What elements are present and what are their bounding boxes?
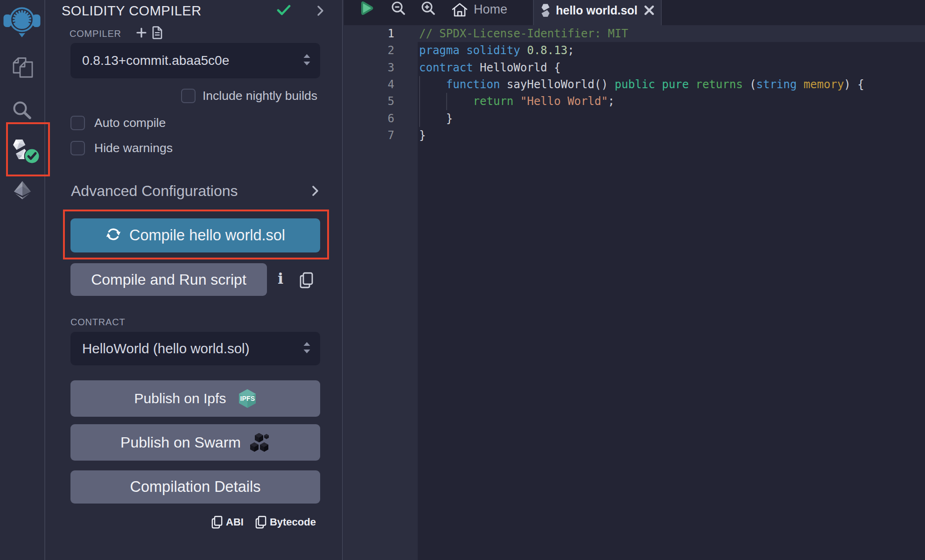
search-icon <box>12 101 33 121</box>
close-tab-icon[interactable] <box>643 4 655 18</box>
code-text: } <box>419 110 453 127</box>
include-nightly-builds-label: Include nightly builds <box>203 89 317 103</box>
contract-section-label: CONTRACT <box>70 317 126 328</box>
side-panel-solidity-compiler: SOLIDITY COMPILER COMPILER <box>46 0 343 560</box>
publish-swarm-label: Publish on Swarm <box>120 434 241 451</box>
code-text: contract HelloWorld { <box>419 59 561 76</box>
code-line-6: 6 } <box>344 110 925 127</box>
compiler-section-label: COMPILER <box>70 28 121 39</box>
compile-and-run-label: Compile and Run script <box>91 271 246 288</box>
compilation-details-button[interactable]: Compilation Details <box>70 470 320 504</box>
include-nightly-builds-checkbox[interactable] <box>181 89 196 103</box>
zoom-in-icon[interactable] <box>421 1 436 16</box>
code-text: } <box>419 127 426 144</box>
add-compiler-icon[interactable] <box>136 28 147 40</box>
deploy-run-icon <box>13 181 32 199</box>
auto-compile-row: Auto compile <box>70 116 166 130</box>
auto-compile-checkbox[interactable] <box>70 116 85 130</box>
line-number: 7 <box>344 127 394 144</box>
hide-warnings-label: Hide warnings <box>94 141 173 155</box>
hide-warnings-checkbox[interactable] <box>70 141 85 155</box>
code-text: function sayHelloWorld() public pure ret… <box>419 76 864 93</box>
select-arrows-icon <box>303 342 311 356</box>
code-editor[interactable]: 1// SPDX-License-Identifier: MIT2pragma … <box>344 25 925 560</box>
abi-bytecode-row: ABI Bytecode <box>211 515 316 529</box>
info-icon[interactable]: i <box>278 270 283 287</box>
icon-sidebar <box>0 0 45 560</box>
bytecode-label: Bytecode <box>270 516 316 528</box>
line-number: 4 <box>344 76 394 93</box>
compiler-version-value: 0.8.13+commit.abaa5c0e <box>82 53 229 68</box>
home-icon <box>451 2 468 17</box>
tab-hello-world-sol[interactable]: hello world.sol <box>533 0 662 25</box>
hide-warnings-row: Hide warnings <box>70 141 173 155</box>
select-arrows-icon <box>303 54 311 68</box>
sidebar-item-search[interactable] <box>0 101 44 121</box>
line-number: 2 <box>344 42 394 59</box>
sidebar-item-file-explorer[interactable] <box>0 56 44 78</box>
compiler-config-file-icon[interactable] <box>152 26 163 41</box>
compiler-version-select[interactable]: 0.8.13+commit.abaa5c0e <box>70 43 320 78</box>
copy-icon[interactable] <box>299 272 315 291</box>
compile-button[interactable]: Compile hello world.sol <box>70 218 320 252</box>
remix-logo-icon[interactable] <box>3 2 41 40</box>
zoom-out-icon[interactable] <box>391 1 406 16</box>
compile-success-badge <box>24 148 40 166</box>
panel-collapse-chevron-icon[interactable] <box>316 5 324 18</box>
run-script-play-icon[interactable] <box>360 0 374 17</box>
copy-icon <box>211 515 223 529</box>
code-line-3: 3contract HelloWorld { <box>344 59 925 76</box>
ipfs-icon: IPFS <box>238 389 256 408</box>
code-line-4: 4 function sayHelloWorld() public pure r… <box>344 76 925 93</box>
tab-home-label: Home <box>474 2 507 17</box>
tab-home[interactable]: Home <box>451 0 507 19</box>
panel-title: SOLIDITY COMPILER <box>62 3 202 19</box>
code-line-7: 7} <box>344 127 925 144</box>
line-number: 6 <box>344 110 394 127</box>
editor-area: Home hello world.sol <box>344 0 925 560</box>
auto-compile-label: Auto compile <box>94 116 166 130</box>
sidebar-item-solidity-compiler[interactable] <box>0 137 44 161</box>
contract-select[interactable]: HelloWorld (hello world.sol) <box>70 332 320 365</box>
swarm-icon <box>250 432 270 453</box>
line-number: 5 <box>344 93 394 110</box>
refresh-icon <box>105 226 121 246</box>
code-text: return "Hello World"; <box>419 93 615 110</box>
publish-on-swarm-button[interactable]: Publish on Swarm <box>70 424 320 461</box>
abi-label: ABI <box>226 516 244 528</box>
include-nightly-builds-row: Include nightly builds <box>181 89 317 103</box>
sidebar-item-deploy-run[interactable] <box>0 181 44 199</box>
advanced-configurations-toggle[interactable]: Advanced Configurations <box>71 182 238 200</box>
solidity-file-icon <box>541 3 550 17</box>
file-explorer-icon <box>10 56 35 78</box>
publish-on-ipfs-button[interactable]: Publish on Ipfs IPFS <box>70 380 320 417</box>
publish-ipfs-label: Publish on Ipfs <box>134 391 226 406</box>
code-line-1: 1// SPDX-License-Identifier: MIT <box>344 25 925 42</box>
compile-success-check-icon <box>277 4 291 18</box>
copy-icon <box>255 515 267 529</box>
code-text: // SPDX-License-Identifier: MIT <box>419 25 628 42</box>
compilation-details-label: Compilation Details <box>130 478 261 496</box>
code-line-5: 5 return "Hello World"; <box>344 93 925 110</box>
code-text: pragma solidity 0.8.13; <box>419 42 574 59</box>
remix-ide-app: SOLIDITY COMPILER COMPILER <box>0 0 925 560</box>
copy-bytecode-group[interactable]: Bytecode <box>255 515 316 529</box>
line-number: 1 <box>344 25 394 42</box>
contract-select-value: HelloWorld (hello world.sol) <box>82 341 250 357</box>
tab-title: hello world.sol <box>556 4 638 17</box>
editor-tabbar: Home hello world.sol <box>344 0 925 25</box>
advanced-configurations-chevron-icon[interactable] <box>310 185 320 199</box>
code-line-2: 2pragma solidity 0.8.13; <box>344 42 925 59</box>
copy-abi-group[interactable]: ABI <box>211 515 244 529</box>
compile-button-label: Compile hello world.sol <box>129 227 285 244</box>
compile-and-run-button[interactable]: Compile and Run script <box>70 263 267 296</box>
line-number: 3 <box>344 59 394 76</box>
